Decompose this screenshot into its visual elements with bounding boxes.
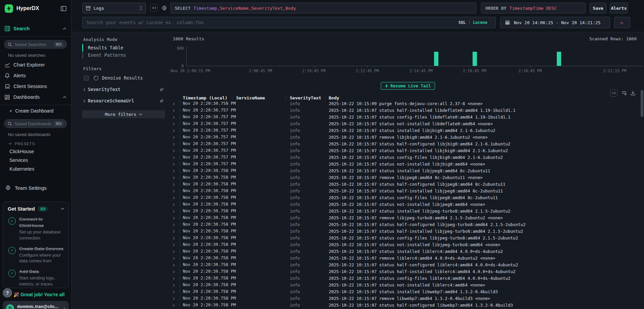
sidebar-item-dashboards[interactable]: Dashboards [0, 92, 71, 102]
table-row[interactable]: ❯ Nov 20 2:20:30.758 PM info 2025-10-22 … [169, 261, 639, 268]
column-resize-handle[interactable] [286, 95, 286, 100]
row-expand-chevron[interactable]: ❯ [169, 182, 179, 186]
run-query-button[interactable]: ▷ [614, 17, 630, 28]
row-expand-chevron[interactable]: ❯ [169, 243, 179, 247]
table-row[interactable]: ❯ Nov 20 2:20:30.758 PM info 2025-10-22 … [169, 248, 639, 255]
table-row[interactable]: ❯ Nov 20 2:20:30.757 PM info 2025-10-22 … [169, 140, 639, 147]
column-header-timestamp[interactable]: Timestamp (Local) [179, 95, 236, 100]
table-row[interactable]: ❯ Nov 20 2:20:30.758 PM info 2025-10-22 … [169, 187, 639, 194]
row-expand-chevron[interactable]: ❯ [169, 250, 179, 253]
row-expand-chevron[interactable]: ❯ [169, 216, 179, 220]
mode-event-patterns[interactable]: Event Patterns [82, 51, 168, 59]
row-expand-chevron[interactable]: ❯ [169, 196, 179, 200]
row-expand-chevron[interactable]: ❯ [169, 122, 179, 126]
row-expand-chevron[interactable]: ❯ [169, 223, 179, 226]
table-row[interactable]: ❯ Nov 20 2:20:30.758 PM info 2025-10-22 … [169, 167, 639, 174]
row-expand-chevron[interactable]: ❯ [169, 209, 179, 213]
source-select[interactable]: Logs [82, 3, 146, 13]
chevron-up-icon[interactable] [63, 96, 66, 98]
row-expand-chevron[interactable]: ❯ [169, 256, 179, 260]
sidebar-item-client-sessions[interactable]: Client Sessions [0, 81, 71, 91]
table-row[interactable]: ❯ Nov 20 2:20:30.757 PM info 2025-10-22 … [169, 127, 639, 134]
row-expand-chevron[interactable]: ❯ [169, 108, 179, 112]
lang-lucene-option[interactable]: Lucene [473, 20, 487, 25]
date-range-picker[interactable]: Nov 20 14:06:25 - Nov 20 14:21:25 [500, 17, 610, 28]
table-row[interactable]: ❯ Nov 20 2:20:30.758 PM info 2025-10-22 … [169, 241, 639, 248]
sidebar-item-team-settings[interactable]: Team Settings [0, 183, 71, 193]
scrollbar-thumb[interactable] [641, 90, 643, 117]
row-expand-chevron[interactable]: ❯ [169, 297, 179, 300]
histogram-bar[interactable] [434, 52, 438, 66]
row-expand-chevron[interactable]: ❯ [169, 270, 179, 273]
denoise-checkbox[interactable] [84, 76, 89, 81]
histogram-bar[interactable] [557, 52, 561, 66]
table-row[interactable]: ❯ Nov 20 2:20:30.757 PM info 2025-10-22 … [169, 154, 639, 161]
more-filters-button[interactable]: More filters [82, 110, 165, 118]
table-row[interactable]: ❯ Nov 20 2:20:30.757 PM info 2025-10-22 … [169, 114, 639, 120]
row-expand-chevron[interactable]: ❯ [169, 283, 179, 287]
presets-toggle[interactable]: PRESETS [0, 138, 71, 147]
select-columns-input[interactable]: SELECT Timestamp ,ServiceName,SeverityTe… [170, 3, 476, 13]
order-by-input[interactable]: ORDER BY TimestampTime DESC [481, 3, 586, 13]
preset-services[interactable]: Services [0, 156, 71, 165]
table-row[interactable]: ❯ Nov 20 2:20:30.758 PM info 2025-10-22 … [169, 221, 639, 228]
table-row[interactable]: ❯ Nov 20 2:20:30.758 PM info 2025-10-22 … [169, 295, 639, 302]
row-expand-chevron[interactable]: ❯ [169, 263, 179, 267]
table-row[interactable]: ❯ Nov 20 2:20:30.757 PM info 2025-10-22 … [169, 134, 639, 140]
table-row[interactable]: ❯ Nov 20 2:20:30.758 PM info 2025-10-22 … [169, 100, 639, 107]
table-row[interactable]: ❯ Nov 20 2:20:30.758 PM info 2025-10-22 … [169, 214, 639, 221]
table-row[interactable]: ❯ Nov 20 2:20:30.758 PM info 2025-10-22 … [169, 302, 639, 308]
alerts-button[interactable]: Alerts [610, 3, 628, 13]
create-dashboard-button[interactable]: + Create Dashboard [0, 106, 71, 116]
column-header-severitytext[interactable]: SeverityText [290, 95, 329, 100]
get-started-item[interactable]: ✓ Connect to ClickHouse Set up your data… [8, 216, 64, 241]
row-expand-chevron[interactable]: ❯ [169, 156, 179, 159]
resume-live-tail-button[interactable]: Resume Live Tail [381, 82, 435, 90]
table-row[interactable]: ❯ Nov 20 2:20:30.757 PM info 2025-10-22 … [169, 147, 639, 154]
saved-dashboards-input[interactable]: Saved Dashboards ⌘K [4, 119, 67, 128]
source-settings-gear-icon[interactable] [160, 4, 168, 12]
pin-icon[interactable] [159, 87, 164, 92]
table-row[interactable]: ❯ Nov 20 2:20:30.758 PM info 2025-10-22 … [169, 194, 639, 201]
row-expand-chevron[interactable]: ❯ [169, 135, 179, 139]
histogram-bar[interactable] [473, 52, 477, 66]
preset-kubernetes[interactable]: Kubernetes [0, 165, 71, 173]
get-started-item[interactable]: ✓ Create Data Sources Configure where yo… [8, 246, 64, 264]
sidebar-item-chart-explorer[interactable]: Chart Explorer [0, 60, 71, 70]
table-row[interactable]: ❯ Nov 20 2:20:30.757 PM info 2025-10-22 … [169, 107, 639, 114]
table-row[interactable]: ❯ Nov 20 2:20:30.757 PM info 2025-10-22 … [169, 120, 639, 127]
pin-icon[interactable] [159, 99, 164, 103]
table-row[interactable]: ❯ Nov 20 2:20:30.758 PM info 2025-10-22 … [169, 201, 639, 208]
sidebar-item-search[interactable]: Search [0, 24, 71, 34]
column-header-body[interactable]: Body [329, 95, 639, 100]
row-expand-chevron[interactable]: ❯ [169, 129, 179, 132]
row-expand-chevron[interactable]: ❯ [169, 115, 179, 119]
chevron-up-icon[interactable] [61, 208, 64, 210]
row-expand-chevron[interactable]: ❯ [169, 229, 179, 233]
row-expand-chevron[interactable]: ❯ [169, 276, 179, 280]
row-expand-chevron[interactable]: ❯ [169, 162, 179, 166]
row-expand-chevron[interactable]: ❯ [169, 142, 179, 146]
table-row[interactable]: ❯ Nov 20 2:20:30.758 PM info 2025-10-22 … [169, 288, 639, 295]
table-row[interactable]: ❯ Nov 20 2:20:30.758 PM info 2025-10-22 … [169, 234, 639, 241]
table-row[interactable]: ❯ Nov 20 2:20:30.758 PM info 2025-10-22 … [169, 268, 639, 275]
code-view-icon[interactable] [150, 4, 158, 12]
row-expand-chevron[interactable]: ❯ [169, 203, 179, 206]
column-resize-handle[interactable] [232, 95, 232, 100]
table-row[interactable]: ❯ Nov 20 2:20:30.757 PM info 2025-10-22 … [169, 161, 639, 167]
event-search-input[interactable]: Search your events w/ Lucene ex. column:… [82, 17, 496, 28]
table-row[interactable]: ❯ Nov 20 2:20:30.758 PM info 2025-10-22 … [169, 255, 639, 261]
row-expand-chevron[interactable]: ❯ [169, 189, 179, 193]
user-menu[interactable]: D dominic.tran@clic... dominic.tran@clic… [3, 301, 69, 309]
get-started-item[interactable]: ✓ Add Data Start sending logs, metrics, … [8, 268, 64, 287]
preset-clickhouse[interactable]: ClickHouse [0, 147, 71, 156]
row-expand-chevron[interactable]: ❯ [169, 303, 179, 307]
row-expand-chevron[interactable]: ❯ [169, 169, 179, 173]
mode-results-table[interactable]: Results Table [82, 44, 168, 51]
table-row[interactable]: ❯ Nov 20 2:20:30.758 PM info 2025-10-22 … [169, 228, 639, 234]
table-row[interactable]: ❯ Nov 20 2:20:30.758 PM info 2025-10-22 … [169, 281, 639, 288]
save-button[interactable]: Save [590, 3, 606, 13]
row-expand-chevron[interactable]: ❯ [169, 149, 179, 152]
filter-group-resourceschemaurl[interactable]: ❯ ResourceSchemaUrl [83, 98, 164, 103]
row-expand-chevron[interactable]: ❯ [169, 102, 179, 105]
